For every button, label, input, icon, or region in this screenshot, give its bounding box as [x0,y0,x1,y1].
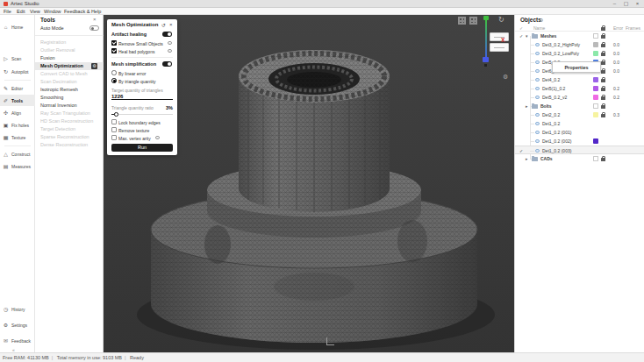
sidebar-item-texture[interactable]: Texture [0,131,35,143]
axis-x-label[interactable]: X [501,37,504,43]
minimize-button[interactable]: – [610,0,619,8]
table-row-bolts-folder[interactable]: Bolts [515,102,644,110]
table-row[interactable]: Det2_0.2 0.3 [515,110,644,119]
color-swatch[interactable] [593,33,598,39]
sidebar-item-settings[interactable]: Settings [0,319,35,330]
sidebar-item-align[interactable]: Align [0,107,35,118]
sidebar-item-tools[interactable]: Tools [0,95,35,106]
auto-mode-label: Auto Mode [40,25,64,31]
table-row[interactable]: Det3_0.2_HighPoly 0.0 [515,40,644,49]
lock-icon[interactable] [601,44,605,47]
tool-item-isotropic-remesh[interactable]: Isotropic Remesh [35,86,104,94]
color-swatch[interactable] [593,95,598,100]
color-swatch[interactable] [593,77,598,82]
tool-item-smoothing[interactable]: Smoothing [35,94,104,102]
tool-item-mesh-optimization[interactable]: Mesh Optimization⚙ [35,62,104,70]
color-swatch[interactable] [593,103,598,109]
info-icon[interactable]: i [155,136,160,140]
lock-boundary-edges-checkbox[interactable] [111,119,117,124]
tool-item-fusion[interactable]: Fusion [35,54,104,62]
lock-icon[interactable] [601,53,605,56]
tools-panel-close-icon[interactable]: × [93,17,97,22]
color-swatch[interactable] [593,42,598,47]
by-triangle-quantity-radio[interactable] [111,78,117,83]
properties-tooltip[interactable]: Properties [552,61,601,73]
info-icon[interactable]: i [168,41,172,46]
target-quantity-input[interactable]: 1226 [111,94,173,100]
lock-icon[interactable] [601,96,605,100]
table-row-selected[interactable]: ✓ Det1_0.2 (003) [515,146,644,154]
artifact-healing-toggle[interactable] [162,32,172,37]
reset-icon[interactable]: ↺ [161,22,166,28]
color-swatch[interactable] [593,51,598,56]
remove-texture-checkbox[interactable] [111,127,117,132]
remove-small-objects-checkbox[interactable] [111,40,117,46]
ratio-slider-knob[interactable] [114,112,118,117]
table-row[interactable]: Det5(1)_0.2 0.2 [515,84,644,93]
color-swatch[interactable] [593,156,598,161]
table-row[interactable]: Det5_0.2_v2 0.2 [515,93,644,102]
menu-window[interactable]: Window [44,9,61,14]
lock-icon[interactable] [601,88,605,91]
sidebar-item-autopilot[interactable]: Autopilot [0,66,35,77]
by-linear-error-radio[interactable] [111,70,117,75]
viewport-mini-button[interactable] [490,43,509,52]
menu-feedback-help[interactable]: Feedback & Help [64,9,101,14]
tool-settings-gear-icon[interactable]: ⚙ [91,63,97,69]
objects-settings-gear-icon[interactable]: ⚙ [539,17,543,23]
view-grid-toggle-icon[interactable] [458,17,466,25]
lock-icon[interactable] [601,61,605,65]
tool-item-normal-inversion[interactable]: Normal Inversion [35,102,104,110]
table-row[interactable]: Det1_0.2 (001) [515,128,644,137]
color-swatch[interactable] [593,138,598,144]
construct-icon [0,151,11,157]
close-window-button[interactable]: × [633,0,642,8]
expander-icon[interactable] [526,33,528,39]
lock-icon[interactable] [601,105,605,109]
sidebar-item-feedback[interactable]: Feedback [0,335,35,346]
table-row-meshes-folder[interactable]: ✓ Meshes [515,32,644,40]
menu-file[interactable]: File [4,9,11,14]
max-vertex-arity-checkbox[interactable] [111,135,117,140]
run-button[interactable]: Run [111,144,173,152]
table-row[interactable]: Det4_0.2 [515,75,644,84]
auto-mode-toggle[interactable] [89,25,99,31]
sidebar-item-measures[interactable]: Measures [0,160,35,172]
ratio-slider-track[interactable] [111,114,173,115]
menu-view[interactable]: View [30,9,40,14]
table-row[interactable]: Det1_0.2 (002) [515,137,644,146]
table-row[interactable]: Det3_0.2_LowPoly 0.0 [515,49,644,58]
color-swatch[interactable] [593,112,598,117]
lock-icon[interactable] [601,79,605,82]
mesh-simplification-toggle[interactable] [162,61,172,67]
expander-icon[interactable] [526,156,528,161]
close-icon[interactable]: × [169,22,173,27]
memory-in-use-status: Total memory in use: 9103 MB [57,355,122,360]
error-value: 0.2 [613,95,619,100]
axis-z-handle[interactable] [483,57,489,62]
orbit-view-icon[interactable]: ↻ [498,16,504,24]
lock-icon[interactable] [601,158,605,161]
lock-icon[interactable] [601,70,605,74]
sidebar-item-editor[interactable]: Editor [0,82,35,94]
menu-edit[interactable]: Edit [17,9,25,14]
info-icon[interactable]: i [168,49,172,53]
viewport-settings-gear-icon[interactable]: ⚙ [503,74,508,81]
sidebar-item-scan[interactable]: Scan [0,53,35,64]
viewport-mini-popup [490,32,509,53]
viewport-mini-button[interactable] [490,32,509,41]
heal-bad-polygons-checkbox[interactable] [111,48,117,53]
maximize-button[interactable]: ▢ [621,0,631,8]
sidebar-item-construct[interactable]: Construct [0,148,35,160]
table-row[interactable]: Det1_0.2 [515,119,644,128]
sidebar-item-fix-holes[interactable]: Fix holes [0,119,35,131]
lock-icon[interactable] [601,35,605,39]
tool-item-hd-scan-reconstruction: HD Scan Reconstruction [35,117,104,125]
sidebar-item-home[interactable]: Home [0,21,35,32]
expander-icon[interactable] [526,103,528,109]
table-row-cads-folder[interactable]: CADs [515,154,644,163]
color-swatch[interactable] [593,86,598,91]
sidebar-item-history[interactable]: History [0,303,35,315]
view-texture-toggle-icon[interactable] [469,17,477,25]
lock-icon[interactable] [601,114,605,117]
